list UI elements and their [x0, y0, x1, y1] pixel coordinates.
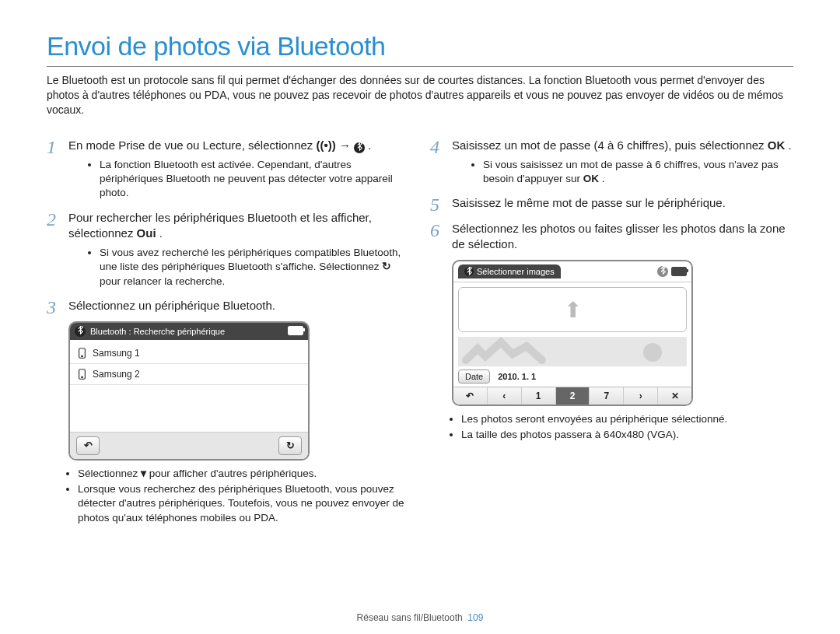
list-item: Lorsque vous recherchez des périphérique… [78, 482, 410, 525]
intro-text: Le Bluetooth est un protocole sans fil q… [47, 73, 793, 117]
bluetooth-icon [354, 142, 365, 153]
thumbnail-strip[interactable] [458, 337, 687, 366]
list-item: Les photos seront envoyées au périphériq… [461, 412, 793, 426]
nav-back-button[interactable]: ↶ [453, 387, 488, 405]
step-1-sub: La fonction Bluetooth est activée. Cepen… [68, 158, 410, 201]
chevron-down-icon: ▾ [141, 468, 146, 479]
list-item: Sélectionnez ▾ pour afficher d'autres pé… [78, 467, 410, 481]
nav-close-button[interactable]: ✕ [658, 387, 691, 405]
date-value: 2010. 1. 1 [498, 372, 536, 381]
bt-device-name: Samsung 2 [93, 369, 140, 380]
date-row: Date 2010. 1. 1 [453, 366, 691, 387]
select-images-header: Sélectionner images [453, 261, 691, 282]
bt-device-list: Samsung 1 Samsung 2 [70, 340, 308, 432]
date-button[interactable]: Date [458, 370, 490, 384]
upload-arrow-icon: ⬆ [564, 297, 582, 323]
bluetooth-status-icon [657, 266, 668, 277]
bt-screenshot-header: Bluetooth : Recherche périphérique [70, 323, 308, 340]
refresh-icon: ↻ [382, 261, 391, 272]
nav-page-2[interactable]: 2 [556, 387, 590, 405]
step-4-text: Saisissez un mot de passe (4 à 6 chiffre… [452, 138, 792, 152]
step-6: 6 Sélectionnez les photos ou faites glis… [430, 221, 793, 253]
list-item: Si vous avez recherché les périphériques… [100, 246, 410, 289]
list-item: Si vous saisissez un mot de passe à 6 ch… [483, 158, 793, 186]
page-footer: Réseau sans fil/Bluetooth 109 [0, 612, 840, 623]
drop-zone[interactable]: ⬆ [458, 287, 687, 332]
step-4: 4 Saisissez un mot de passe (4 à 6 chiff… [430, 138, 793, 187]
bt-device-name: Samsung 1 [93, 348, 140, 359]
bluetooth-icon [464, 267, 474, 276]
nav-next-button[interactable]: › [624, 387, 658, 405]
step-5-text: Saisissez le même mot de passe sur le pé… [452, 196, 726, 209]
phone-icon [78, 348, 86, 359]
step-number: 4 [430, 135, 439, 159]
step-1-text: En mode Prise de vue ou Lecture, sélecti… [68, 138, 371, 152]
select-images-tab: Sélectionner images [458, 264, 561, 278]
step-number: 2 [47, 207, 56, 232]
step-4-sub: Si vous saisissez un mot de passe à 6 ch… [452, 158, 793, 186]
battery-icon [671, 265, 687, 278]
list-item: La taille des photos passera à 640x480 (… [461, 428, 793, 442]
nav-prev-button[interactable]: ‹ [488, 387, 522, 405]
step-3-text: Sélectionnez un périphérique Bluetooth. [68, 299, 275, 312]
page-title: Envoi de photos via Bluetooth [47, 31, 793, 61]
svg-point-3 [82, 377, 83, 378]
nav-page-7[interactable]: 7 [590, 387, 624, 405]
right-column: 4 Saisissez un mot de passe (4 à 6 chiff… [430, 128, 793, 527]
step-2-sub: Si vous avez recherché les périphériques… [68, 246, 410, 289]
list-item: La fonction Bluetooth est activée. Cepen… [100, 158, 410, 201]
antenna-icon: ((•)) [317, 138, 336, 152]
page-number: 109 [467, 612, 483, 623]
left-column: 1 En mode Prise de vue ou Lecture, sélec… [47, 128, 410, 527]
step-number: 5 [430, 192, 439, 217]
thumbnail-placeholder-icon [458, 337, 687, 366]
step-1: 1 En mode Prise de vue ou Lecture, sélec… [47, 138, 410, 201]
step-6-after: Les photos seront envoyées au périphériq… [430, 412, 793, 442]
svg-point-5 [643, 343, 662, 362]
columns: 1 En mode Prise de vue ou Lecture, sélec… [47, 128, 793, 527]
step-3: 3 Sélectionnez un périphérique Bluetooth… [47, 298, 410, 313]
step-6-text: Sélectionnez les photos ou faites glisse… [452, 222, 786, 250]
step-number: 3 [47, 295, 56, 320]
select-images-title: Sélectionner images [477, 267, 555, 276]
title-rule [47, 66, 793, 67]
svg-point-1 [82, 356, 83, 357]
footer-section: Réseau sans fil/Bluetooth [357, 612, 463, 623]
bluetooth-icon [75, 326, 86, 337]
phone-icon [78, 369, 86, 380]
bt-search-screenshot: Bluetooth : Recherche périphérique Samsu… [68, 321, 310, 461]
step-5: 5 Saisissez le même mot de passe sur le … [430, 195, 793, 211]
step-number: 6 [430, 218, 439, 243]
bt-device-row[interactable]: Samsung 1 [70, 343, 308, 364]
step-2-text: Pour rechercher les périphériques Blueto… [68, 211, 372, 240]
back-button[interactable]: ↶ [76, 436, 100, 455]
nav-bar: ↶ ‹ 1 2 7 › ✕ [453, 387, 691, 405]
step-number: 1 [47, 135, 56, 159]
bt-screenshot-title: Bluetooth : Recherche périphérique [90, 327, 225, 336]
step-2: 2 Pour rechercher les périphériques Blue… [47, 210, 410, 289]
battery-icon [288, 326, 303, 337]
nav-page-1[interactable]: 1 [522, 387, 556, 405]
refresh-button[interactable]: ↻ [278, 436, 302, 455]
bt-screenshot-footer: ↶ ↻ [70, 432, 308, 459]
manual-page: Envoi de photos via Bluetooth Le Bluetoo… [0, 0, 840, 634]
select-images-screenshot: Sélectionner images ⬆ [452, 260, 693, 406]
step-3-after: Sélectionnez ▾ pour afficher d'autres pé… [47, 467, 410, 525]
bt-device-row[interactable]: Samsung 2 [70, 364, 308, 385]
